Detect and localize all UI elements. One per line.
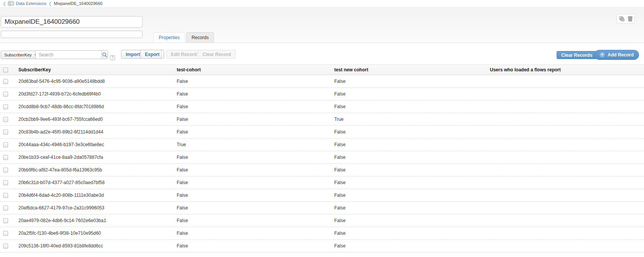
cell-test-new-cohort: False: [334, 243, 490, 249]
cell-subscriberkey: 20a2f5fc-f130-4be6-9f38-10e710e95d60: [18, 231, 177, 236]
header-zone: Properties Records: [0, 7, 644, 43]
cell-test-cohort: False: [177, 129, 334, 135]
tab-bar: Properties Records: [153, 32, 214, 43]
breadcrumb-link-data-extensions[interactable]: Data Extensions: [16, 1, 46, 6]
cell-test-new-cohort: False: [334, 231, 490, 236]
add-record-label: Add Record: [608, 52, 634, 58]
cell-subscriberkey: 20d3fd27-172f-4939-b72c-6cfedb69f4b0: [18, 91, 177, 97]
clear-record-button[interactable]: Clear Record: [198, 50, 236, 59]
chevron-separator-icon: ❮: [48, 2, 52, 6]
row-checkbox[interactable]: [3, 79, 8, 84]
cell-subscriberkey: 20cdd8b8-9cb7-48db-86cc-8fdc7018986d: [18, 104, 177, 109]
cell-test-cohort: False: [177, 231, 334, 236]
row-checkbox[interactable]: [3, 155, 8, 160]
table-row[interactable]: 20d3fd27-172f-4939-b72c-6cfedb69f4b0Fals…: [0, 88, 644, 100]
add-record-button[interactable]: + Add Record: [594, 50, 639, 60]
row-checkbox[interactable]: [3, 218, 8, 223]
cell-test-new-cohort: False: [334, 142, 490, 147]
search-field-dropdown[interactable]: SubscriberKey ▼: [1, 51, 40, 59]
table-row[interactable]: 20cb2bb9-9ee6-493f-bc67-755fcca66ed0Fals…: [0, 113, 644, 126]
cell-subscriberkey: 20bb9f6c-af82-47ea-805d-f6a13963c95b: [18, 167, 177, 173]
cell-subscriberkey: 20b4d6f4-6dad-4c20-808b-1111e30abe3d: [18, 193, 177, 198]
cell-test-cohort: True: [177, 142, 334, 147]
help-icon[interactable]: ?: [110, 55, 115, 60]
table-row[interactable]: 20cdd8b8-9cb7-48db-86cc-8fdc7018986dFals…: [0, 100, 644, 113]
row-checkbox[interactable]: [3, 180, 8, 185]
copy-icon[interactable]: [619, 16, 625, 21]
column-header-subscriberkey[interactable]: SubscriberKey: [18, 67, 177, 72]
breadcrumb-current: MixpanelDE_1640029660: [54, 1, 103, 6]
row-checkbox[interactable]: [3, 104, 8, 109]
cell-test-new-cohort: True: [334, 117, 490, 122]
cell-test-cohort: False: [177, 79, 334, 84]
cell-test-new-cohort: False: [334, 155, 490, 160]
cell-subscriberkey: 20be1b33-ceaf-41ce-8aa9-2da057887cfa: [18, 155, 177, 160]
cell-test-cohort: False: [177, 91, 334, 97]
tab-records[interactable]: Records: [186, 32, 214, 43]
cell-subscriberkey: 20ae4979-082e-4db6-9c14-7602e6e03ba1: [18, 218, 177, 223]
row-checkbox[interactable]: [3, 168, 8, 173]
table-row[interactable]: 20bb9f6c-af82-47ea-805d-f6a13963c95bFals…: [0, 164, 644, 176]
column-header-test-cohort[interactable]: test-cohort: [177, 67, 334, 72]
cell-test-cohort: False: [177, 180, 334, 185]
table-row[interactable]: 20b4d6f4-6dad-4c20-808b-1111e30abe3dFals…: [0, 189, 644, 202]
cell-test-new-cohort: False: [334, 180, 490, 185]
records-table: SubscriberKey test-cohort test new cohor…: [0, 64, 644, 252]
row-checkbox[interactable]: [3, 142, 8, 147]
search-input[interactable]: [36, 51, 101, 59]
cell-subscriberkey: 20af6dca-6627-4179-97ce-2a31c9996053: [18, 205, 177, 211]
cell-test-new-cohort: False: [334, 104, 490, 109]
table-row[interactable]: 20a2f5fc-f130-4be6-9f38-10e710e95d60Fals…: [0, 227, 644, 240]
cell-test-cohort: False: [177, 155, 334, 160]
clear-records-button[interactable]: Clear Records: [557, 51, 597, 59]
cell-subscriberkey: 20cb2bb9-9ee6-493f-bc67-755fcca66ed0: [18, 117, 177, 122]
table-row[interactable]: 20ae4979-082e-4db6-9c14-7602e6e03ba1Fals…: [0, 214, 644, 227]
cell-test-cohort: False: [177, 167, 334, 173]
chevron-left-icon[interactable]: ❮: [3, 2, 6, 6]
cell-subscriberkey: 20c83b4b-ad2e-45f0-89b2-6f2114dd1d44: [18, 129, 177, 135]
cell-subscriberkey: 20c44aaa-434c-4946-b197-3e3ce6fae8ec: [18, 142, 177, 147]
cell-test-new-cohort: False: [334, 91, 490, 97]
row-checkbox[interactable]: [3, 117, 8, 122]
cell-test-cohort: False: [177, 218, 334, 223]
cell-test-new-cohort: False: [334, 129, 490, 135]
records-table-body: 20d63baf-5476-4c95-9036-a90e5148bdd8Fals…: [0, 75, 644, 252]
export-button[interactable]: Export: [140, 50, 164, 59]
row-checkbox[interactable]: [3, 92, 8, 97]
search-icon: [102, 52, 107, 58]
table-row[interactable]: 20be1b33-ceaf-41ce-8aa9-2da057887cfaFals…: [0, 151, 644, 164]
search-field-dropdown-value: SubscriberKey: [4, 53, 32, 57]
table-row[interactable]: 20c44aaa-434c-4946-b197-3e3ce6fae8ecTrue…: [0, 138, 644, 151]
delete-icon[interactable]: [628, 16, 632, 21]
row-checkbox[interactable]: [3, 206, 8, 211]
cell-test-new-cohort: False: [334, 79, 490, 84]
table-row[interactable]: 209c5136-16f0-40ed-8593-81b8fe8dd6ccFals…: [0, 240, 644, 252]
row-checkbox[interactable]: [3, 231, 8, 236]
name-input[interactable]: [1, 16, 143, 28]
cell-subscriberkey: 209c5136-16f0-40ed-8593-81b8fe8dd6cc: [18, 243, 177, 249]
edit-record-button[interactable]: Edit Record: [166, 50, 201, 59]
cell-subscriberkey: 20b6c31d-b07d-4377-a027-85c0aed7bf58: [18, 180, 177, 185]
table-row[interactable]: 20b6c31d-b07d-4377-a027-85c0aed7bf58Fals…: [0, 176, 644, 189]
cell-test-new-cohort: False: [334, 218, 490, 223]
records-toolbar: SubscriberKey ▼ ? Import Export Edit Rec…: [0, 43, 644, 64]
tab-properties[interactable]: Properties: [153, 32, 185, 43]
column-header-test-new-cohort[interactable]: test new cohort: [334, 67, 490, 72]
table-row[interactable]: 20c83b4b-ad2e-45f0-89b2-6f2114dd1d44Fals…: [0, 126, 644, 138]
table-header-row: SubscriberKey test-cohort test new cohor…: [0, 64, 644, 75]
toolbar-divider: [161, 49, 161, 59]
description-input[interactable]: [1, 31, 143, 38]
cell-subscriberkey: 20d63baf-5476-4c95-9036-a90e5148bdd8: [18, 79, 177, 84]
cell-test-new-cohort: False: [334, 205, 490, 211]
search-button[interactable]: [101, 51, 108, 59]
select-all-checkbox[interactable]: [3, 68, 8, 72]
data-extension-records-page: ❮ Data Extensions ❮ MixpanelDE_164002966…: [0, 0, 644, 252]
row-checkbox[interactable]: [3, 130, 8, 135]
table-row[interactable]: 20d63baf-5476-4c95-9036-a90e5148bdd8Fals…: [0, 75, 644, 88]
table-row[interactable]: 20af6dca-6627-4179-97ce-2a31c9996053Fals…: [0, 202, 644, 214]
cell-test-cohort: False: [177, 193, 334, 198]
row-checkbox[interactable]: [3, 193, 8, 198]
row-checkbox[interactable]: [3, 244, 8, 249]
entity-actions-box: [616, 14, 635, 23]
column-header-users-flows-report[interactable]: Users who loaded a flows report: [490, 67, 644, 72]
